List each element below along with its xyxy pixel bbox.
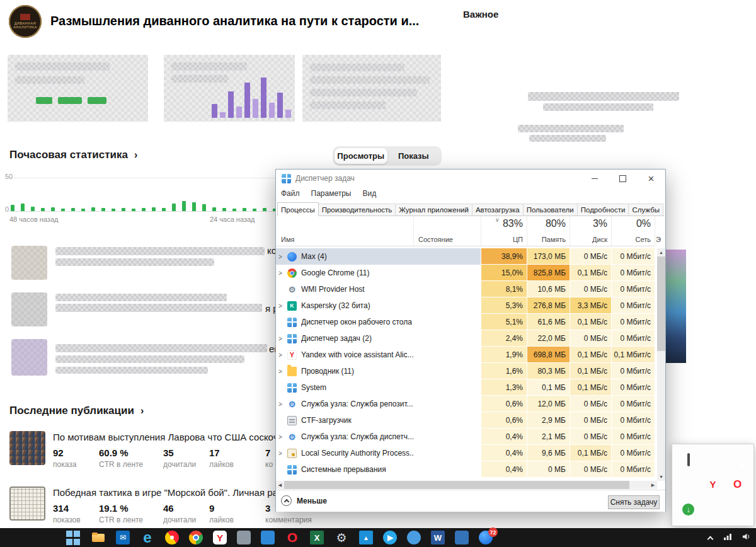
scrollbar-thumb[interactable]: [657, 256, 665, 351]
process-row[interactable]: System1,3%0,1 МБ0,1 МБ/с0 Мбит/с: [276, 379, 657, 396]
tray-flyout-icon-phone[interactable]: [687, 454, 690, 466]
process-row[interactable]: Диспетчер окон рабочего стола5,1%61,6 МБ…: [276, 314, 657, 330]
taskbar-icon-yandex[interactable]: Y: [213, 531, 227, 544]
minimize-button[interactable]: [580, 170, 609, 187]
scroll-left-icon[interactable]: ◀: [276, 481, 284, 489]
article-stat: 46дочитали: [163, 503, 209, 524]
important-link[interactable]: Важное: [463, 9, 498, 20]
process-cpu-cell: 5,3%: [481, 297, 527, 314]
column-header-name[interactable]: Имя: [281, 236, 294, 243]
expand-chevron-icon[interactable]: >: [278, 302, 287, 309]
expand-chevron-icon[interactable]: >: [278, 270, 287, 277]
tm-title-bar[interactable]: Диспетчер задач: [276, 170, 665, 187]
network-icon[interactable]: [723, 532, 732, 543]
taskbar-icon-yandex-browser[interactable]: [165, 531, 179, 544]
taskbar-icon-explorer[interactable]: [91, 530, 106, 545]
fewer-details-button[interactable]: Меньше: [281, 495, 327, 506]
scrollbar-thumb[interactable]: [284, 481, 629, 489]
column-header-cpu[interactable]: 83% ЦП: [481, 216, 527, 246]
scroll-up-icon[interactable]: ▲: [657, 248, 665, 256]
stat-card-3[interactable]: [302, 55, 441, 122]
tm-tab[interactable]: Журнал приложений: [395, 204, 472, 216]
process-row[interactable]: >Диспетчер задач (2)2,4%22,0 МБ0 МБ/с0 М…: [276, 330, 657, 347]
process-network-cell: 0 Мбит/с: [611, 281, 655, 297]
process-row[interactable]: >Google Chrome (11)15,0%825,8 МБ0,1 МБ/с…: [276, 265, 657, 281]
taskbar-icon-app-blue3[interactable]: [455, 531, 469, 544]
expand-chevron-icon[interactable]: >: [278, 401, 287, 408]
process-status-cell: [413, 379, 481, 396]
process-row[interactable]: >Yandex with voice assistant Alic...1,9%…: [276, 347, 657, 363]
volume-icon[interactable]: [742, 532, 751, 544]
tray-flyout-icon-opera[interactable]: O: [733, 478, 742, 491]
expand-chevron-icon[interactable]: >: [278, 335, 287, 342]
tm-tab[interactable]: Службы: [628, 204, 663, 216]
tray-flyout-icon-yandex[interactable]: Y: [709, 479, 716, 490]
process-disk-cell: 0 МБ/с: [570, 281, 611, 297]
list-item-thumbnail[interactable]: [11, 292, 47, 326]
column-header-disk[interactable]: 3% Диск: [570, 216, 611, 246]
column-header-network[interactable]: 0% Сеть: [611, 216, 655, 246]
taskbar-icon-app-gray[interactable]: [237, 531, 251, 544]
taskbar-icon-edge[interactable]: e: [140, 530, 155, 545]
end-task-button[interactable]: Снять задачу: [608, 495, 660, 509]
tab-shows[interactable]: Показы: [387, 148, 440, 164]
tm-tab[interactable]: Производительность: [318, 204, 396, 216]
publications-section-heading[interactable]: Последние публикации ›: [9, 405, 144, 417]
horizontal-scrollbar[interactable]: ◀ ▶: [276, 481, 657, 489]
expand-chevron-icon[interactable]: >: [278, 352, 287, 359]
column-header-memory[interactable]: 80% Память: [527, 216, 570, 246]
stat-card-1[interactable]: [8, 55, 148, 122]
tm-tab[interactable]: Процессы: [277, 202, 319, 216]
process-row[interactable]: CTF-загрузчик0,6%2,9 МБ0 МБ/с0 Мбит/с: [276, 412, 657, 429]
taskbar-icon-mail[interactable]: ✉: [116, 531, 130, 544]
expand-chevron-icon[interactable]: >: [278, 450, 287, 457]
tab-views[interactable]: Просмотры: [335, 148, 387, 164]
tray-chevron-up-icon[interactable]: [706, 534, 714, 541]
maximize-button[interactable]: [609, 170, 637, 187]
taskbar-icon-word[interactable]: W: [431, 531, 445, 544]
process-row[interactable]: >Проводник (11)1,6%80,3 МБ0,1 МБ/с0 Мбит…: [276, 363, 657, 379]
process-row[interactable]: >Max (4)38,9%173,0 МБ0 МБ/с0 Мбит/с: [276, 248, 657, 265]
chart-bar: [142, 208, 146, 211]
taskbar-icon-app-blue2[interactable]: [407, 531, 421, 544]
article-stat: 60.9 %CTR в ленте: [99, 447, 163, 469]
taskbar-icon-app-blue[interactable]: [261, 531, 275, 544]
tm-menu-item[interactable]: Файл: [281, 189, 300, 198]
taskbar-icon-start[interactable]: [66, 530, 81, 545]
scroll-down-icon[interactable]: ▼: [657, 473, 665, 481]
tm-tab[interactable]: Подробности: [577, 204, 629, 216]
process-row[interactable]: >Служба узла: Служба репозит...0,6%12,0 …: [276, 396, 657, 412]
taskbar-icon-photos[interactable]: ▲: [359, 531, 373, 544]
tm-tab[interactable]: Автозагрузка: [472, 204, 524, 216]
list-item-thumbnail[interactable]: [11, 339, 47, 376]
vertical-scrollbar[interactable]: ▲ ▼: [657, 248, 665, 481]
expand-chevron-icon[interactable]: >: [278, 253, 287, 260]
tm-tab[interactable]: Пользователи: [523, 204, 578, 216]
start-square: [66, 531, 72, 537]
taskbar-icon-chrome[interactable]: [189, 531, 203, 544]
expand-chevron-icon[interactable]: >: [278, 368, 287, 375]
taskbar-icon-max[interactable]: 72: [479, 531, 493, 544]
process-row[interactable]: >Kaspersky (32 бита)5,3%276,8 МБ3,3 МБ/с…: [276, 297, 657, 314]
tray-flyout-icon-download[interactable]: ↓: [682, 504, 694, 515]
process-name-cell: >Диспетчер задач (2): [276, 330, 413, 347]
close-button[interactable]: [637, 170, 665, 187]
process-row[interactable]: >Local Security Authority Process...0,4%…: [276, 445, 657, 461]
taskbar-icon-excel[interactable]: X: [310, 531, 324, 544]
process-row[interactable]: Системные прерывания0,4%0 МБ0 МБ/с0 Мбит…: [276, 461, 657, 478]
process-row[interactable]: >Служба узла: Служба диспетч...0,4%2,1 М…: [276, 429, 657, 445]
hourly-section-heading[interactable]: Почасовая статистика ›: [9, 149, 137, 161]
taskbar-icon-opera[interactable]: O: [285, 530, 300, 545]
taskbar-icon-settings[interactable]: ⚙: [334, 530, 349, 545]
stat-card-2[interactable]: [164, 55, 295, 122]
article-stat: 19.1 %CTR в ленте: [99, 503, 163, 524]
taskbar-icon-telegram[interactable]: [383, 531, 397, 544]
column-header-status[interactable]: Состояние: [418, 236, 453, 243]
process-row[interactable]: WMI Provider Host8,1%10,6 МБ0 МБ/с0 Мбит…: [276, 281, 657, 297]
tm-menu-item[interactable]: Параметры: [311, 189, 352, 198]
expand-chevron-icon[interactable]: >: [278, 434, 287, 440]
mini-bar: [253, 99, 258, 118]
scroll-right-icon[interactable]: ▶: [649, 481, 657, 489]
tm-menu-item[interactable]: Вид: [362, 189, 376, 198]
list-item-thumbnail[interactable]: [11, 246, 47, 280]
